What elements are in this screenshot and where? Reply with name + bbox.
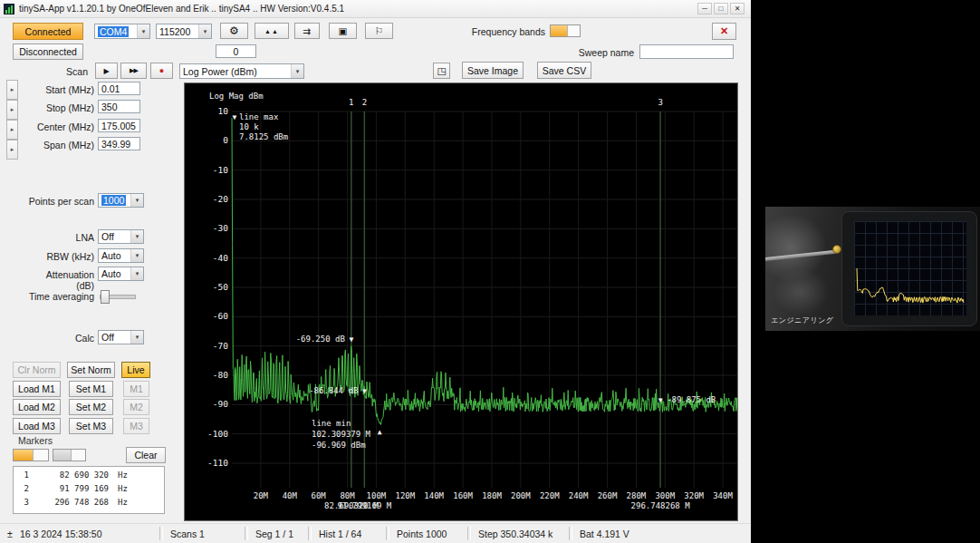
disconnected-button[interactable]: Disconnected (13, 44, 83, 60)
set-m2-button[interactable]: Set M2 (69, 399, 113, 415)
sma-connector (832, 245, 841, 254)
marker-arrow-icon: ▼ (362, 387, 367, 395)
scan-continuous-button[interactable]: ▶▶ (120, 63, 147, 79)
status-seg: Seg 1 / 1 (255, 528, 293, 539)
time-averaging-slider[interactable] (100, 290, 136, 302)
toggle-on-segment (551, 25, 568, 36)
m2-button[interactable]: M2 (123, 399, 149, 415)
com-port-select[interactable]: COM4 ▾ (94, 24, 150, 39)
x-tick-label: 220M (540, 491, 560, 500)
points-label: Points per scan (0, 196, 94, 207)
attenuation-label: Attenuation (0, 269, 94, 280)
marker-arrow-icon: ▼ (658, 396, 663, 404)
line-min-value: -96.969 dBm (312, 441, 366, 450)
screen-icon: ▣ (339, 25, 348, 36)
m3-button[interactable]: M3 (123, 418, 149, 434)
x-tick-label: 240M (569, 491, 589, 500)
display-mode-select[interactable]: Log Power (dBm) ▾ (179, 63, 304, 79)
attenuation-select[interactable]: Auto ▾ (98, 267, 144, 281)
y-tick-label: -20 (213, 194, 228, 204)
chevron-down-icon: ▾ (130, 230, 143, 243)
save-image-button[interactable]: Save Image (462, 62, 524, 79)
save-csv-button[interactable]: Save CSV (537, 62, 591, 79)
set-norm-button[interactable]: Set Norm (67, 362, 115, 378)
x-tick-label: 140M (424, 491, 444, 500)
marker-freq-label: 91.799169 M (338, 501, 392, 510)
abort-button[interactable]: ✕ (712, 23, 736, 40)
calc-select[interactable]: Off ▾ (98, 330, 144, 344)
popout-chart-button[interactable]: ◳ (433, 63, 450, 79)
clear-markers-button[interactable]: Clear (126, 447, 166, 463)
stop-label: Stop (MHz) (0, 102, 94, 113)
close-window-button[interactable]: ✕ (730, 3, 745, 15)
x-tick-label: 20M (254, 491, 269, 500)
marker-unit: Hz (118, 496, 128, 509)
status-datetime: 16 3 2024 15:38:50 (20, 528, 102, 539)
connected-button[interactable]: Connected (13, 23, 83, 40)
load-m2-button[interactable]: Load M2 (13, 399, 61, 415)
center-input[interactable] (98, 119, 140, 132)
chevron-down-icon: ▾ (130, 249, 143, 262)
device-trace-plot (854, 221, 966, 315)
maximize-button[interactable]: □ (714, 3, 728, 15)
marker-list[interactable]: 1 82 690 320 Hz 2 91 799 169 Hz 3 296 74… (13, 466, 165, 514)
rbw-select[interactable]: Auto ▾ (98, 248, 144, 263)
markers-toggle-2[interactable] (53, 449, 86, 461)
scroll-up-button[interactable]: ▲▲ (255, 23, 289, 39)
chevron-down-icon: ▾ (130, 267, 143, 280)
y-tick-label: 10 (218, 106, 229, 116)
chevron-down-icon: ▾ (130, 194, 143, 207)
slider-handle[interactable] (101, 290, 110, 304)
spin-field[interactable] (216, 44, 256, 58)
live-button[interactable]: Live (121, 362, 150, 378)
marker-frequency: 91 799 169 (29, 482, 109, 496)
titlebar[interactable]: tinySA-App v1.1.20.1 by OneOfEleven and … (0, 0, 752, 18)
start-input[interactable] (98, 82, 140, 95)
marker-list-row[interactable]: 1 82 690 320 Hz (18, 469, 159, 482)
clr-norm-button[interactable]: Clr Norm (13, 362, 61, 378)
marker-list-row[interactable]: 3 296 748 268 Hz (18, 496, 159, 509)
window-title: tinySA-App v1.1.20.1 by OneOfEleven and … (19, 4, 344, 14)
status-icon: ± (7, 528, 13, 539)
marker-db-label: -86.844 dB (309, 386, 358, 395)
settings-button[interactable]: ⚙ (220, 23, 248, 39)
device-spectrum-trace (857, 268, 964, 303)
points-select[interactable]: 1000 ▾ (98, 193, 144, 208)
lna-select[interactable]: Off ▾ (98, 229, 144, 244)
marker-number: 1 (18, 469, 29, 482)
fast-forward-icon: ▶▶ (130, 67, 138, 74)
rbw-value: Auto (101, 250, 121, 261)
marker-list-row[interactable]: 2 91 799 169 Hz (18, 482, 159, 496)
send-button[interactable]: ⇉ (294, 23, 320, 39)
chevron-down-icon: ▾ (198, 24, 211, 38)
spectrum-plot[interactable]: Log Mag dBm100-10-20-30-40-50-60-70-80-9… (185, 83, 737, 520)
sweep-name-input[interactable] (639, 44, 734, 59)
y-tick-label: -10 (213, 165, 228, 175)
m1-button[interactable]: M1 (123, 381, 149, 397)
app-icon (4, 4, 14, 15)
stop-input[interactable] (98, 100, 140, 113)
play-icon: ▶ (103, 67, 109, 75)
x-tick-label: 280M (627, 491, 647, 500)
record-button[interactable]: ● (150, 63, 173, 79)
x-tick-label: 180M (482, 491, 502, 500)
set-m3-button[interactable]: Set M3 (69, 418, 113, 434)
marker-frequency: 82 690 320 (29, 469, 109, 482)
scan-once-button[interactable]: ▶ (95, 63, 118, 79)
load-m3-button[interactable]: Load M3 (13, 418, 61, 434)
tinysa-app-window: tinySA-App v1.1.20.1 by OneOfEleven and … (0, 0, 752, 543)
set-m1-button[interactable]: Set M1 (69, 381, 113, 397)
status-separator (467, 527, 471, 540)
baud-rate-select[interactable]: 115200 ▾ (156, 24, 212, 39)
status-battery: Bat 4.191 V (580, 528, 629, 539)
x-tick-label: 40M (283, 491, 298, 500)
markers-toggle-1[interactable] (13, 449, 49, 461)
screenshot-button[interactable]: ▣ (329, 23, 357, 39)
send-icon: ⇉ (303, 25, 312, 36)
minimize-button[interactable]: ─ (697, 3, 712, 15)
load-m1-button[interactable]: Load M1 (13, 381, 61, 397)
flag-button[interactable]: ⚐ (365, 23, 393, 39)
span-input[interactable] (98, 137, 140, 150)
spectrum-chart[interactable]: Log Mag dBm100-10-20-30-40-50-60-70-80-9… (184, 82, 738, 521)
frequency-bands-toggle[interactable] (550, 24, 581, 37)
